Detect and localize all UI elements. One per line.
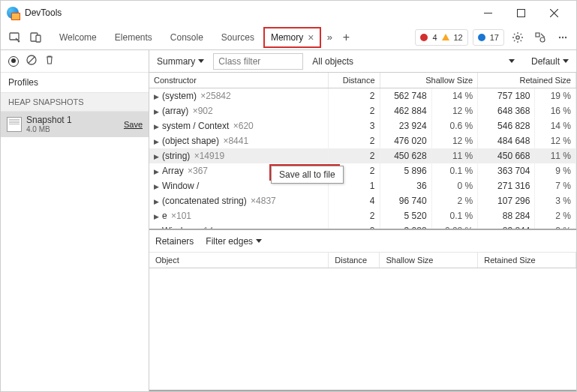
grouping-dropdown[interactable]: Default xyxy=(528,56,572,67)
expand-icon[interactable]: ▶ xyxy=(154,168,159,175)
add-tab-icon[interactable]: + xyxy=(338,31,354,44)
rcol-object[interactable]: Object xyxy=(149,253,329,268)
maximize-button[interactable] xyxy=(504,1,537,24)
rcol-shallow[interactable]: Shallow Size xyxy=(380,253,478,268)
snapshot-file-icon xyxy=(7,117,22,132)
table-row[interactable]: ▶e ×10125 5200.1 %88 2842 % xyxy=(149,208,576,223)
main-toolbar: Welcome Elements Console Sources Memory … xyxy=(1,25,576,50)
svg-rect-5 xyxy=(536,33,539,37)
tab-welcome[interactable]: Welcome xyxy=(50,25,106,50)
minimize-button[interactable] xyxy=(471,1,504,24)
info-badge[interactable]: 17 xyxy=(473,29,504,46)
titlebar: DevTools xyxy=(1,1,576,25)
more-tabs-icon[interactable]: » xyxy=(321,31,338,43)
retainers-table: Object Distance Shallow Size Retained Si… xyxy=(149,253,576,268)
snapshot-size: 4.0 MB xyxy=(26,125,119,134)
rcol-distance[interactable]: Distance xyxy=(329,253,380,268)
expand-icon[interactable]: ▶ xyxy=(154,123,159,130)
profiles-sidebar: Profiles HEAP SNAPSHOTS Snapshot 1 4.0 M… xyxy=(1,50,149,391)
col-shallow[interactable]: Shallow Size xyxy=(380,73,478,88)
heap-snapshots-header: HEAP SNAPSHOTS xyxy=(1,92,149,112)
expand-icon[interactable]: ▶ xyxy=(154,198,159,205)
view-dropdown[interactable]: Summary xyxy=(154,56,207,67)
view-dropdown-label: Summary xyxy=(157,56,195,67)
filter-edges-dropdown[interactable]: Filter edges xyxy=(203,236,265,247)
window-title: DevTools xyxy=(25,7,62,18)
svg-point-8 xyxy=(562,36,563,37)
close-button[interactable] xyxy=(537,1,570,24)
table-row[interactable]: ▶(string) ×149192450 62811 %450 66811 % xyxy=(149,148,576,163)
retainers-label: Retainers xyxy=(155,236,194,247)
class-filter-input[interactable] xyxy=(213,53,303,70)
error-count: 4 xyxy=(432,33,437,42)
svg-rect-3 xyxy=(36,35,41,42)
snapshot-save-link[interactable]: Save xyxy=(124,120,143,129)
info-count: 17 xyxy=(490,33,499,42)
table-row[interactable]: ▶(array) ×9022462 88412 %648 36816 % xyxy=(149,103,576,118)
tab-sources[interactable]: Sources xyxy=(212,25,263,50)
tab-console[interactable]: Console xyxy=(161,25,212,50)
tab-memory-label: Memory xyxy=(271,32,303,43)
col-retained[interactable]: Retained Size xyxy=(478,73,576,88)
expand-icon[interactable]: ▶ xyxy=(154,183,159,190)
tab-memory[interactable]: Memory × xyxy=(263,27,322,48)
error-dot-icon xyxy=(420,34,428,41)
tab-elements[interactable]: Elements xyxy=(106,25,161,50)
caret-down-icon xyxy=(563,59,569,63)
col-distance[interactable]: Distance xyxy=(329,73,380,88)
svg-point-7 xyxy=(559,36,560,37)
tab-close-icon[interactable]: × xyxy=(308,31,314,43)
grouping-label: Default xyxy=(531,56,560,67)
context-menu-save-all[interactable]: Save all to file xyxy=(271,166,344,184)
expand-icon[interactable]: ▶ xyxy=(154,153,159,160)
svg-point-9 xyxy=(565,36,566,37)
table-row[interactable]: ▶Window ×1423 0880.08 %83 8442 % xyxy=(149,223,576,230)
filter-edges-label: Filter edges xyxy=(206,236,253,247)
more-options-icon[interactable] xyxy=(554,28,572,46)
table-row[interactable]: ▶Array ×36725 8960.1 %363 7049 % xyxy=(149,163,576,178)
heap-table: Constructor Distance Shallow Size Retain… xyxy=(149,73,576,230)
record-icon[interactable] xyxy=(8,56,19,67)
retainers-table-container[interactable]: Object Distance Shallow Size Retained Si… xyxy=(149,253,576,391)
retainers-bar: Retainers Filter edges xyxy=(149,230,576,253)
customize-icon[interactable] xyxy=(531,28,549,46)
col-constructor[interactable]: Constructor xyxy=(149,73,329,88)
table-row[interactable]: ▶(concatenated string) ×4837496 7402 %10… xyxy=(149,193,576,208)
svg-rect-1 xyxy=(10,33,19,40)
caret-down-icon xyxy=(198,59,204,63)
heap-table-container[interactable]: Constructor Distance Shallow Size Retain… xyxy=(149,73,576,230)
table-row[interactable]: ▶Window / 1360 %271 3167 % xyxy=(149,178,576,193)
expand-icon[interactable]: ▶ xyxy=(154,228,159,230)
svg-rect-0 xyxy=(517,9,524,16)
trash-icon[interactable] xyxy=(44,55,55,67)
inspect-element-icon[interactable] xyxy=(5,28,25,47)
rcol-retained[interactable]: Retained Size xyxy=(478,253,576,268)
filter-bar: Summary All objects Default xyxy=(149,50,576,73)
objects-filter-dropdown[interactable]: All objects xyxy=(309,56,356,67)
issues-badge[interactable]: 4 12 xyxy=(415,29,467,46)
snapshot-name: Snapshot 1 xyxy=(26,115,119,125)
warning-count: 12 xyxy=(454,33,463,42)
objects-filter-label: All objects xyxy=(312,56,353,67)
expand-icon[interactable]: ▶ xyxy=(154,93,159,100)
warning-triangle-icon xyxy=(442,34,449,40)
caret-down-icon xyxy=(256,239,262,243)
expand-icon[interactable]: ▶ xyxy=(154,138,159,145)
expand-icon[interactable]: ▶ xyxy=(154,213,159,220)
clear-icon[interactable] xyxy=(26,55,37,67)
devtools-app-icon xyxy=(7,7,19,19)
device-toggle-icon[interactable] xyxy=(26,28,46,47)
caret-down-icon[interactable] xyxy=(509,59,515,63)
info-dot-icon xyxy=(478,34,485,41)
svg-point-4 xyxy=(516,35,519,38)
snapshot-item[interactable]: Snapshot 1 4.0 MB Save xyxy=(1,112,149,137)
table-row[interactable]: ▶(object shape) ×84412476 02012 %484 648… xyxy=(149,133,576,148)
expand-icon[interactable]: ▶ xyxy=(154,108,159,115)
table-row[interactable]: ▶(system) ×258422562 74814 %757 18019 % xyxy=(149,88,576,104)
svg-point-6 xyxy=(540,37,545,42)
profiles-header: Profiles xyxy=(1,73,149,92)
settings-gear-icon[interactable] xyxy=(509,28,527,46)
table-row[interactable]: ▶system / Context ×620323 9240.6 %546 82… xyxy=(149,118,576,133)
